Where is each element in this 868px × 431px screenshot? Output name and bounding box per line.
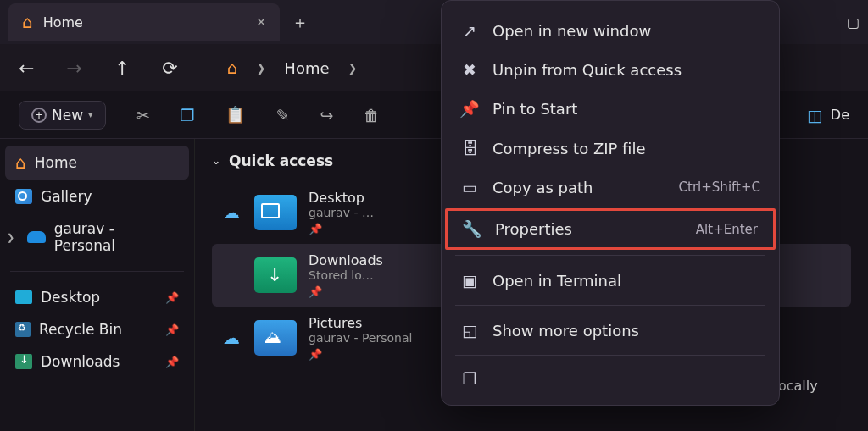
recycle-icon <box>15 322 31 337</box>
downloads-folder-icon <box>254 257 297 293</box>
ctx-label: Pin to Start <box>492 100 577 118</box>
more-icon: ◱ <box>460 321 479 340</box>
properties-icon: 🔧 <box>463 219 481 239</box>
pin-icon: 📌 <box>165 356 179 368</box>
back-button[interactable]: ← <box>19 58 34 79</box>
home-icon: ⌂ <box>15 152 26 173</box>
sidebar-item-label: gaurav - Personal <box>54 220 179 254</box>
new-tab-button[interactable]: ＋ <box>292 11 309 34</box>
sidebar-item-label: Downloads <box>41 353 120 370</box>
shortcut: Ctrl+Shift+C <box>679 180 760 195</box>
cloud-icon <box>27 231 46 243</box>
context-menu: ↗ Open in new window ✖ Unpin from Quick … <box>441 0 780 406</box>
pin-icon: 📌 <box>309 285 383 298</box>
chevron-down-icon: ▾ <box>88 109 93 120</box>
share-icon[interactable]: ↪ <box>320 106 334 124</box>
chevron-right-icon: ❯ <box>348 62 358 75</box>
folder-name: Downloads <box>309 252 383 268</box>
ctx-label: Compress to ZIP file <box>492 140 646 157</box>
zip-icon: 🗄 <box>460 139 479 157</box>
home-icon: ⌂ <box>22 12 33 32</box>
ctx-show-more-options[interactable]: ◱ Show more options <box>447 311 774 350</box>
sidebar-item-downloads[interactable]: Downloads 📌 <box>5 346 189 377</box>
chevron-right-icon: ❯ <box>256 62 265 75</box>
forward-button[interactable]: → <box>66 58 81 79</box>
sidebar-item-label: Recycle Bin <box>39 321 122 338</box>
tab-home[interactable]: ⌂ Home ✕ <box>8 3 280 41</box>
pin-icon: 📌 <box>165 323 179 336</box>
cloud-sync-icon: ☁ <box>220 202 242 223</box>
section-title: Quick access <box>229 152 333 169</box>
ctx-properties[interactable]: 🔧 Properties Alt+Enter <box>445 208 776 250</box>
folder-sub: Stored lo… <box>309 268 383 282</box>
desktop-folder-icon <box>254 195 297 230</box>
copy-icon[interactable]: ❐ <box>460 369 479 388</box>
ctx-open-new-window[interactable]: ↗ Open in new window <box>447 11 774 50</box>
folder-name: Pictures <box>309 315 412 331</box>
tab-title: Home <box>43 14 83 30</box>
download-icon <box>15 354 32 369</box>
new-button[interactable]: + New ▾ <box>19 101 106 130</box>
sidebar-item-home[interactable]: ⌂ Home <box>5 146 189 180</box>
cloud-sync-icon: ☁ <box>220 328 242 348</box>
pin-icon: 📌 <box>460 99 479 119</box>
copy-icon[interactable]: ❐ <box>181 106 195 124</box>
chevron-down-icon: ⌄ <box>212 155 220 167</box>
ctx-unpin-quick-access[interactable]: ✖ Unpin from Quick access <box>447 50 774 89</box>
ctx-label: Unpin from Quick access <box>492 61 682 79</box>
ctx-label: Properties <box>495 220 572 238</box>
maximize-button[interactable]: ▢ <box>847 14 860 30</box>
gallery-icon <box>15 189 32 204</box>
delete-icon[interactable]: 🗑 <box>364 106 380 124</box>
ctx-label: Show more options <box>492 322 639 340</box>
sidebar-item-label: Home <box>35 154 77 171</box>
new-label: New <box>52 107 83 124</box>
refresh-button[interactable]: ⟳ <box>162 58 177 79</box>
breadcrumb-current: Home <box>284 59 329 77</box>
breadcrumb[interactable]: ⌂ ❯ Home ❯ <box>227 58 358 78</box>
pin-icon: 📌 <box>309 223 374 235</box>
divider <box>10 271 184 272</box>
folder-sub: gaurav - … <box>309 206 374 219</box>
rename-icon[interactable]: ✎ <box>276 106 290 124</box>
details-label: De <box>831 107 849 123</box>
folder-name: Desktop <box>309 190 374 206</box>
ctx-pin-to-start[interactable]: 📌 Pin to Start <box>447 89 774 129</box>
terminal-icon: ▣ <box>460 271 479 290</box>
sidebar-item-desktop[interactable]: Desktop 📌 <box>5 282 189 312</box>
ctx-open-in-terminal[interactable]: ▣ Open in Terminal <box>447 261 774 300</box>
open-new-window-icon: ↗ <box>460 21 479 40</box>
sidebar: ⌂ Home Gallery ❯ gaurav - Personal Deskt… <box>0 139 195 431</box>
pin-icon: 📌 <box>165 291 179 304</box>
shortcut: Alt+Enter <box>696 222 758 237</box>
chevron-right-icon[interactable]: ❯ <box>7 232 14 243</box>
sidebar-item-label: Desktop <box>41 289 100 306</box>
pictures-folder-icon <box>254 320 297 356</box>
ctx-footer: ❐ <box>447 361 774 396</box>
divider <box>455 255 765 256</box>
sidebar-item-label: Gallery <box>41 188 92 205</box>
ctx-label: Open in Terminal <box>492 272 621 290</box>
up-button[interactable]: ↑ <box>114 58 130 79</box>
ctx-label: Open in new window <box>492 22 651 40</box>
sidebar-item-cloud[interactable]: ❯ gaurav - Personal <box>5 213 189 261</box>
details-pane-icon[interactable]: ◫ <box>807 106 822 124</box>
close-tab-icon[interactable]: ✕ <box>256 15 266 29</box>
ctx-label: Copy as path <box>492 179 593 196</box>
folder-sub: gaurav - Personal <box>309 331 412 345</box>
sidebar-item-recycle[interactable]: Recycle Bin 📌 <box>5 314 189 345</box>
unpin-icon: ✖ <box>460 60 479 79</box>
ctx-compress-zip[interactable]: 🗄 Compress to ZIP file <box>447 129 774 168</box>
plus-circle-icon: + <box>31 108 47 123</box>
breadcrumb-home-icon: ⌂ <box>227 58 238 78</box>
ctx-copy-as-path[interactable]: ▭ Copy as path Ctrl+Shift+C <box>447 168 774 207</box>
desktop-icon <box>15 290 32 304</box>
paste-icon[interactable]: 📋 <box>225 105 246 124</box>
cut-icon[interactable]: ✂ <box>136 106 150 124</box>
copy-path-icon: ▭ <box>460 178 479 196</box>
divider <box>455 305 765 306</box>
pin-icon: 📌 <box>309 348 412 361</box>
divider <box>455 355 765 356</box>
sidebar-item-gallery[interactable]: Gallery <box>5 181 189 212</box>
